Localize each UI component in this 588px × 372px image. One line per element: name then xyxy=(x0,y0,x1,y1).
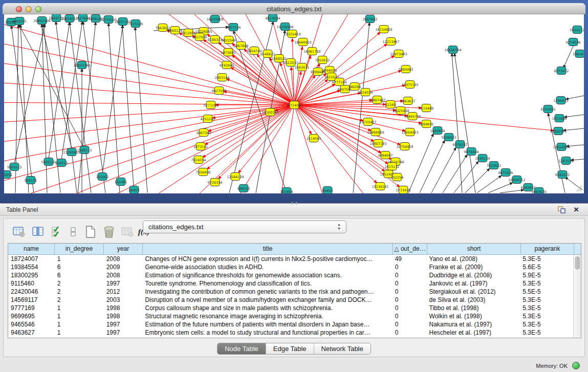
network-canvas[interactable]: 3005514405571206914062943712106532571527… xyxy=(4,14,584,193)
graph-node[interactable]: 7632621 xyxy=(487,162,502,169)
graph-node[interactable]: 8471626 xyxy=(498,169,513,177)
graph-node[interactable]: 16548784 xyxy=(444,46,461,54)
graph-node[interactable]: 15136141 xyxy=(372,183,388,190)
graph-node[interactable]: 16154808 xyxy=(375,26,392,33)
tab-edge-table[interactable]: Edge Table xyxy=(266,343,314,354)
graph-node[interactable]: 505135 xyxy=(25,177,37,184)
column-header-in_degree[interactable]: in_degree xyxy=(55,244,104,254)
graph-node[interactable]: 9899695 xyxy=(419,120,434,128)
graph-node[interactable]: 1244415 xyxy=(554,97,569,104)
citation-edge-red[interactable] xyxy=(212,105,294,118)
vertical-scrollbar[interactable] xyxy=(573,255,581,338)
citation-edge-red[interactable] xyxy=(207,105,294,169)
column-header-pagerank[interactable]: pagerank xyxy=(521,244,574,254)
graph-node[interactable]: 5939112 xyxy=(570,26,584,34)
graph-node[interactable]: 1065431 xyxy=(573,50,584,58)
graph-node[interactable]: 5505135 xyxy=(41,158,56,166)
citation-edge-black[interactable] xyxy=(83,21,105,193)
graph-node[interactable]: 155051 xyxy=(4,171,12,179)
graph-node[interactable]: 3005513 xyxy=(7,163,22,171)
float-panel-icon[interactable] xyxy=(558,206,565,213)
citation-edge-red[interactable] xyxy=(294,105,311,134)
citation-edge-black[interactable] xyxy=(443,155,467,193)
graph-node[interactable]: 1514545 xyxy=(307,135,321,142)
graph-node[interactable]: 8813054 xyxy=(266,14,280,22)
graph-node[interactable]: 550513 xyxy=(55,159,68,167)
table-row[interactable]: 1830029562008Estimation of significance … xyxy=(8,271,573,279)
column-header-out_de[interactable]: △ out_de… xyxy=(393,244,427,254)
graph-node[interactable]: 12544139 xyxy=(227,173,244,181)
column-header-title[interactable]: title xyxy=(143,244,393,254)
graph-node[interactable]: 62160 xyxy=(385,101,396,108)
graph-node[interactable]: 989533 xyxy=(237,185,250,192)
citation-edge-black[interactable] xyxy=(452,53,462,193)
panel-divider-handle[interactable] xyxy=(292,202,297,205)
citation-edge-red[interactable] xyxy=(294,79,328,105)
graph-node[interactable]: 2867608 xyxy=(234,42,249,50)
graph-node[interactable]: 746266 xyxy=(349,83,361,91)
citation-edge-black[interactable] xyxy=(42,24,47,193)
table-row[interactable]: 2242004622012Investigating the contribut… xyxy=(8,288,573,296)
graph-node[interactable]: 9474444 xyxy=(464,148,479,156)
select-rows-icon[interactable] xyxy=(49,224,65,240)
citation-edge-black[interactable] xyxy=(548,113,565,193)
citation-edge-black[interactable] xyxy=(477,176,502,193)
graph-node[interactable]: 8186323 xyxy=(208,36,223,43)
graph-node[interactable]: 6879197 xyxy=(453,141,468,148)
new-document-icon[interactable] xyxy=(82,224,99,240)
graph-node[interactable]: 1187536 xyxy=(559,157,574,165)
close-panel-icon[interactable]: × xyxy=(574,204,579,215)
table-source-select[interactable]: citations_edges.txt ▲▼ xyxy=(143,221,346,233)
table-row[interactable]: 969969511998Structural magnetic resonanc… xyxy=(8,312,573,320)
citation-edge-red[interactable] xyxy=(294,47,302,105)
tab-network-table[interactable]: Network Table xyxy=(314,343,371,354)
graph-node[interactable]: 18640910 xyxy=(294,38,311,46)
graph-node[interactable]: 16033809 xyxy=(206,15,223,23)
graph-node[interactable]: 15720407 xyxy=(359,118,376,126)
table-row[interactable]: 946554611997Estimation of the future num… xyxy=(8,320,573,329)
graph-node[interactable]: 2687682 xyxy=(363,15,378,23)
graph-node[interactable]: 20691406 xyxy=(33,17,50,25)
citation-edge-black[interactable] xyxy=(408,134,433,193)
graph-node[interactable]: 5271263 xyxy=(204,101,219,109)
graph-node[interactable]: 15325419 xyxy=(284,30,300,38)
table-settings-icon[interactable] xyxy=(11,224,27,240)
graph-node[interactable]: 7955812 xyxy=(315,56,330,64)
graph-node[interactable]: 2803144 xyxy=(215,74,230,81)
graph-node[interactable]: 8454749 xyxy=(247,47,262,55)
table-row[interactable]: 1456911722003Disruption of a novel membe… xyxy=(8,296,573,304)
citation-edge-red[interactable] xyxy=(4,102,294,105)
column-header-year[interactable]: year xyxy=(104,244,143,254)
citation-edge-black[interactable] xyxy=(431,147,456,193)
table-row[interactable]: 1872400712008Changes of HCN gene express… xyxy=(8,255,573,263)
citation-edge-red[interactable] xyxy=(4,105,294,123)
graph-node[interactable]: 8273412 xyxy=(554,67,569,75)
graph-node[interactable]: 10688809 xyxy=(367,128,384,136)
graph-node[interactable]: 16495756 xyxy=(404,113,421,120)
citation-edge-black[interactable] xyxy=(465,168,490,193)
citation-edge-black[interactable] xyxy=(108,23,120,193)
citation-edge-black[interactable] xyxy=(488,183,513,193)
graph-node[interactable]: 7485063 xyxy=(399,65,413,73)
table-row[interactable]: 1938455462009Genome-wide association stu… xyxy=(8,263,573,271)
graph-node[interactable]: 8215955 xyxy=(541,105,556,113)
graph-node[interactable]: 151454 xyxy=(280,188,293,194)
citation-edge-black[interactable] xyxy=(135,27,147,193)
graph-node[interactable]: 98452 xyxy=(322,187,333,194)
graph-node[interactable]: 15654923 xyxy=(401,128,418,136)
citation-edge-red[interactable] xyxy=(4,105,294,164)
citation-edge-red[interactable] xyxy=(4,105,294,184)
citation-edge-red[interactable] xyxy=(77,105,294,193)
memory-status-indicator[interactable] xyxy=(572,362,580,369)
graph-node[interactable]: 10807487 xyxy=(368,96,385,104)
graph-node[interactable]: 12975135 xyxy=(401,81,418,89)
canvas-resize-hatch[interactable] xyxy=(575,185,582,192)
graph-node[interactable]: 10025438 xyxy=(392,107,409,115)
graph-node[interactable]: 1621064 xyxy=(552,115,567,122)
delete-trash-icon[interactable] xyxy=(101,224,117,240)
citation-edge-black[interactable] xyxy=(500,190,524,193)
graph-node[interactable]: 9274546 xyxy=(566,38,581,46)
table-row[interactable]: 977716911998Corpus callosum shape and si… xyxy=(8,304,573,312)
citation-edge-black[interactable] xyxy=(122,25,134,193)
graph-node[interactable]: 10756928 xyxy=(396,143,413,150)
